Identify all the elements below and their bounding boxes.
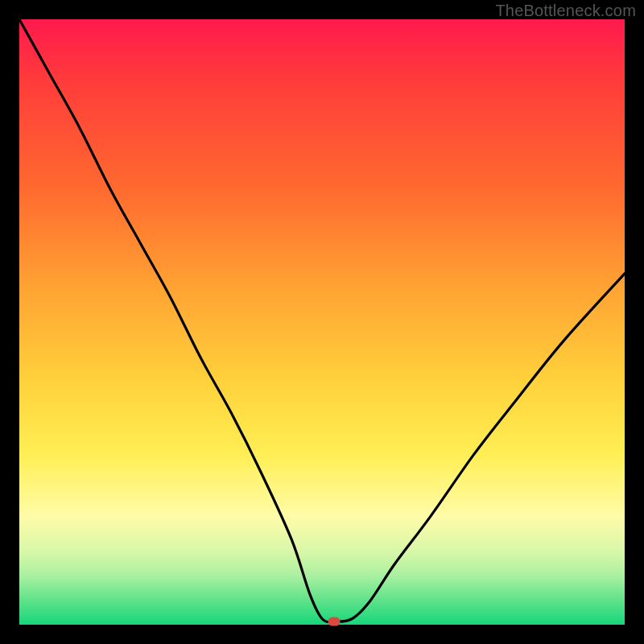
watermark-text: TheBottleneck.com [495, 2, 636, 20]
bottleneck-curve [19, 19, 625, 625]
curve-path [19, 19, 625, 622]
optimal-marker [328, 617, 341, 626]
chart-frame: TheBottleneck.com [0, 0, 644, 644]
plot-area [19, 19, 625, 625]
